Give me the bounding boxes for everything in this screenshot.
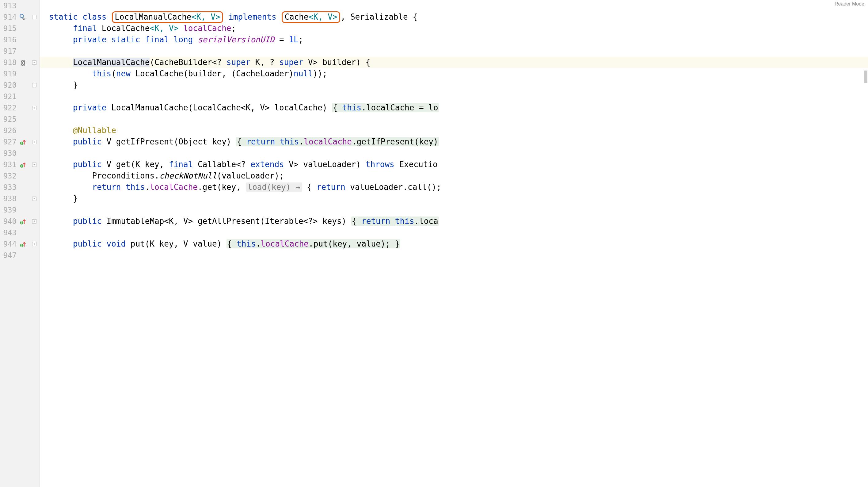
fold-toggle-icon[interactable]: + <box>32 242 36 246</box>
line-number: 917 <box>0 47 19 56</box>
call: .put(key, value); <box>309 239 395 249</box>
keyword: private <box>73 103 107 112</box>
code-line[interactable]: public V get(K key, final Callable<? ext… <box>40 159 868 170</box>
code-line[interactable] <box>40 46 868 57</box>
code-line[interactable]: public V getIfPresent(Object key) { retu… <box>40 136 868 147</box>
return-type: V <box>102 137 116 146</box>
code-line[interactable] <box>40 227 868 238</box>
fold-toggle-icon[interactable]: + <box>32 219 36 224</box>
fold-toggle-icon[interactable]: − <box>32 60 36 65</box>
code-line[interactable]: } <box>40 80 868 91</box>
gutter-row: 944 I + <box>0 238 39 250</box>
lambda-hint: load(key) → <box>246 182 302 192</box>
folded-body[interactable]: { return this.localCache.getIfPresent(ke… <box>236 137 439 146</box>
code-line[interactable]: final LocalCache<K, V> localCache; <box>40 23 868 34</box>
fold-toggle-icon[interactable]: − <box>32 197 36 201</box>
fold-toggle-icon[interactable]: − <box>32 83 36 87</box>
generics: <K, V> <box>150 24 178 33</box>
implements-down-icon[interactable] <box>20 14 26 21</box>
method-name: getIfPresent <box>116 137 174 146</box>
selection: LocalManualCache <box>73 58 150 67</box>
code-line[interactable]: private LocalManualCache(LocalCache<K, V… <box>40 102 868 113</box>
keyword: null <box>293 69 313 78</box>
override-up-icon[interactable]: I <box>20 218 26 225</box>
call: valueLoader.call(); <box>345 182 441 192</box>
code-line[interactable]: Preconditions.checkNotNull(valueLoader); <box>40 170 868 181</box>
code-area[interactable]: Reader Mode static class LocalManualCach… <box>40 0 868 487</box>
line-number: 940 <box>0 217 19 226</box>
keyword: static <box>49 12 78 22</box>
line-number: 913 <box>0 2 19 10</box>
generics: <K, V> <box>192 12 220 22</box>
line-number: 932 <box>0 172 19 180</box>
type-name: LocalCache <box>102 24 150 33</box>
constructor-name: LocalManualCache <box>73 58 150 67</box>
field-name: localCache <box>260 239 309 249</box>
keyword: return <box>92 182 121 192</box>
brace: { <box>408 12 417 22</box>
code-line[interactable] <box>40 250 868 261</box>
params: (CacheBuilder<? <box>150 58 226 67</box>
keyword: super <box>279 58 303 67</box>
keyword: final <box>145 35 169 44</box>
interface-name: Serializable <box>350 12 408 22</box>
scrollbar-thumb[interactable] <box>864 70 867 83</box>
line-number: 916 <box>0 35 19 44</box>
line-number: 938 <box>0 195 19 203</box>
field-name: localCache <box>304 137 352 146</box>
method-name: get <box>116 160 130 169</box>
params: V> valueLoader) <box>284 160 366 169</box>
code-line[interactable] <box>40 147 868 159</box>
keyword: this <box>280 137 299 146</box>
gutter-row: 927 I + <box>0 136 39 147</box>
line-number: 920 <box>0 81 19 90</box>
code-line[interactable]: this(new LocalCache(builder, (CacheLoade… <box>40 68 868 80</box>
line-number: 921 <box>0 92 19 101</box>
return-type: ImmutableMap<K, V> <box>102 217 198 226</box>
override-up-icon[interactable]: I <box>20 241 26 248</box>
code-line[interactable]: public ImmutableMap<K, V> getAllPresent(… <box>40 216 868 227</box>
punct: = <box>274 35 289 44</box>
code-line[interactable] <box>40 204 868 216</box>
interface-name: Cache <box>284 12 308 22</box>
brace: { <box>302 182 317 192</box>
code-line[interactable]: } <box>40 193 868 204</box>
expr: .localCache = lo <box>361 103 438 112</box>
gutter-row: 913 <box>0 0 39 11</box>
code-line[interactable] <box>40 91 868 102</box>
keyword: implements <box>228 12 276 22</box>
line-number: 947 <box>0 251 19 260</box>
line-number: 918 <box>0 58 19 67</box>
field-name: localCache <box>150 182 198 192</box>
gutter-row: 940 I + <box>0 216 39 227</box>
code-line[interactable] <box>40 0 868 11</box>
folded-body[interactable]: { return this.loca <box>351 217 439 226</box>
code-line[interactable]: private static final long serialVersionU… <box>40 34 868 46</box>
params: V> builder) { <box>303 58 370 67</box>
fold-toggle-icon[interactable]: + <box>32 140 36 144</box>
fold-toggle-icon[interactable]: − <box>32 15 36 19</box>
class-ref: Preconditions. <box>92 171 159 180</box>
code-line[interactable]: public void put(K key, V value) { this.l… <box>40 238 868 250</box>
annotation-icon[interactable]: @ <box>20 59 26 66</box>
space <box>275 137 280 146</box>
line-number: 926 <box>0 126 19 135</box>
code-line[interactable]: @Nullable <box>40 125 868 136</box>
line-number: 922 <box>0 104 19 112</box>
exception: Executio <box>395 160 438 169</box>
fold-toggle-icon[interactable]: − <box>32 163 36 167</box>
override-up-icon[interactable]: I <box>20 139 26 145</box>
brace: { <box>237 137 246 146</box>
override-up-icon[interactable]: I <box>20 161 26 168</box>
folded-body[interactable]: { this.localCache = lo <box>332 103 439 112</box>
fold-toggle-icon[interactable]: + <box>32 106 36 110</box>
highlight-box: Cache<K, V> <box>282 11 340 23</box>
code-line[interactable]: static class LocalManualCache<K, V> impl… <box>40 11 868 23</box>
code-line[interactable]: return this.localCache.get(key, load(key… <box>40 181 868 193</box>
folded-body[interactable]: { this.localCache.put(key, value); } <box>226 239 401 249</box>
keyword: this <box>395 217 414 226</box>
expr: .loca <box>414 217 438 226</box>
code-line[interactable] <box>40 113 868 125</box>
code-line-current[interactable]: LocalManualCache(CacheBuilder<? super K,… <box>40 57 868 68</box>
keyword: long <box>174 35 193 44</box>
